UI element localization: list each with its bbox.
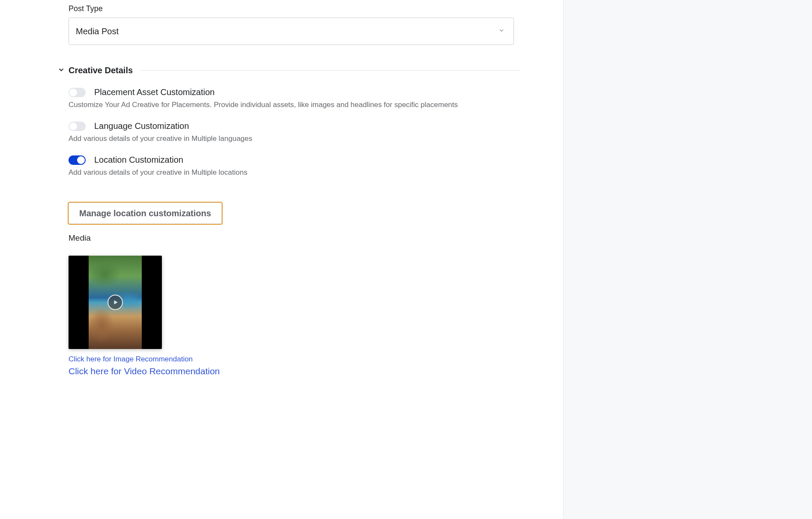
placement-asset-label: Placement Asset Customization	[94, 87, 215, 97]
location-customization-desc: Add various details of your creative in …	[69, 168, 520, 177]
media-label: Media	[69, 233, 520, 243]
language-customization-label: Language Customization	[94, 121, 189, 131]
svg-marker-0	[114, 300, 118, 304]
post-type-label: Post Type	[69, 4, 520, 13]
right-sidebar	[564, 0, 812, 519]
placement-asset-row: Placement Asset Customization Customize …	[69, 87, 520, 109]
play-icon	[107, 295, 123, 310]
post-type-value: Media Post	[76, 27, 119, 36]
chevron-down-icon	[498, 27, 505, 36]
placement-asset-toggle[interactable]	[69, 88, 86, 97]
creative-details-header[interactable]: Creative Details	[57, 66, 520, 75]
language-customization-row: Language Customization Add various detai…	[69, 121, 520, 143]
chevron-down-icon	[57, 66, 69, 75]
creative-details-title: Creative Details	[69, 66, 133, 75]
location-customization-row: Location Customization Add various detai…	[69, 155, 520, 177]
post-type-select[interactable]: Media Post	[69, 18, 514, 45]
language-customization-toggle[interactable]	[69, 122, 86, 131]
location-customization-label: Location Customization	[94, 155, 183, 165]
placement-asset-desc: Customize Your Ad Creative for Placement…	[69, 101, 520, 109]
language-customization-desc: Add various details of your creative in …	[69, 134, 520, 143]
manage-location-customizations-button[interactable]: Manage location customizations	[69, 203, 222, 224]
image-recommendation-link[interactable]: Click here for Image Recommendation	[69, 355, 520, 364]
video-recommendation-link[interactable]: Click here for Video Recommendation	[69, 366, 520, 376]
location-customization-toggle[interactable]	[69, 155, 86, 165]
section-divider	[140, 70, 520, 71]
media-thumbnail[interactable]	[69, 256, 162, 349]
